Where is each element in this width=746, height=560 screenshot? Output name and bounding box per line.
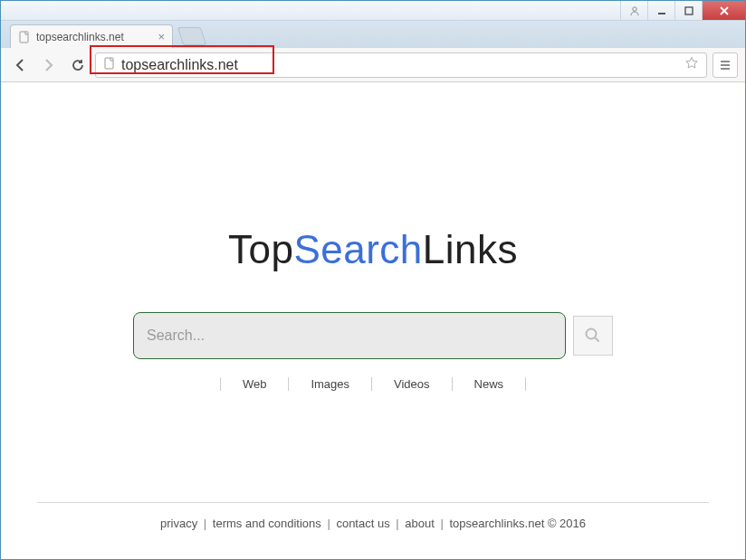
footer-privacy-link[interactable]: privacy (160, 517, 197, 530)
footer-terms-link[interactable]: terms and conditions (213, 517, 321, 530)
logo-part-2: Search (293, 227, 422, 271)
window-frame: topsearchlinks.net × topsearchlinks.net (0, 0, 746, 560)
tab-title: topsearchlinks.net (36, 31, 124, 43)
footer: privacy | terms and conditions | contact… (10, 517, 736, 530)
footer-contact-link[interactable]: contact us (336, 517, 389, 530)
svg-rect-1 (658, 13, 665, 14)
tab-news[interactable]: News (452, 377, 527, 391)
forward-button[interactable] (37, 53, 61, 77)
logo-part-1: Top (228, 227, 293, 271)
svg-point-5 (587, 329, 597, 339)
reload-button[interactable] (66, 53, 90, 77)
bookmark-star-icon[interactable] (684, 56, 699, 74)
new-tab-button[interactable] (177, 27, 206, 45)
tab-strip: topsearchlinks.net × (1, 21, 745, 48)
user-button[interactable] (620, 1, 647, 20)
browser-toolbar: topsearchlinks.net (1, 48, 745, 82)
site-logo: TopSearchLinks (228, 227, 518, 272)
search-button[interactable] (573, 316, 613, 356)
address-bar[interactable]: topsearchlinks.net (95, 52, 707, 78)
search-icon (584, 327, 602, 345)
page-content: TopSearchLinks Web Images Videos News pr… (10, 82, 736, 550)
page-favicon-icon (18, 31, 31, 43)
close-window-button[interactable] (702, 1, 745, 20)
category-tabs: Web Images Videos News (220, 377, 526, 391)
svg-rect-2 (685, 7, 693, 14)
svg-rect-4 (105, 58, 113, 69)
browser-tab[interactable]: topsearchlinks.net × (10, 24, 173, 48)
maximize-button[interactable] (674, 1, 702, 20)
window-titlebar (1, 1, 745, 21)
url-text: topsearchlinks.net (121, 57, 679, 73)
tab-videos[interactable]: Videos (371, 377, 452, 391)
tab-web[interactable]: Web (220, 377, 289, 391)
tab-images[interactable]: Images (288, 377, 371, 391)
minimize-button[interactable] (647, 1, 674, 20)
footer-copyright: topsearchlinks.net © 2016 (450, 517, 587, 530)
close-tab-button[interactable]: × (158, 31, 165, 43)
page-icon (103, 57, 116, 73)
svg-rect-3 (20, 32, 28, 43)
svg-point-0 (632, 6, 636, 10)
footer-divider (37, 502, 709, 503)
logo-part-3: Links (423, 227, 518, 271)
search-input[interactable] (133, 312, 566, 359)
back-button[interactable] (8, 53, 32, 77)
footer-about-link[interactable]: about (405, 517, 435, 530)
hamburger-menu-button[interactable] (713, 52, 738, 78)
search-form (133, 312, 613, 359)
